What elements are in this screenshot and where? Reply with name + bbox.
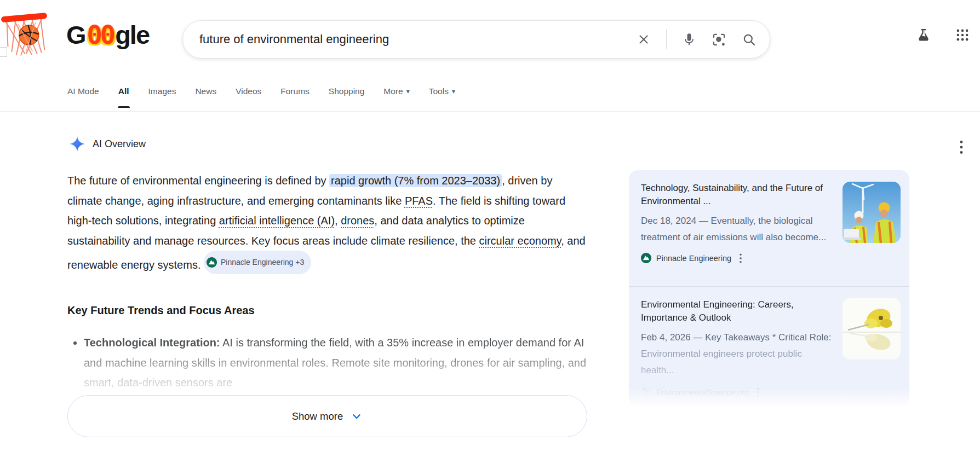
- tab-videos[interactable]: Videos: [236, 71, 261, 111]
- source-chip[interactable]: Pinnacle Engineering +3: [204, 251, 311, 274]
- term-link-drones[interactable]: drones: [341, 215, 374, 227]
- term-link-artificial-intelligence[interactable]: artificial intelligence (AI): [219, 215, 335, 227]
- lens-search-button[interactable]: [712, 32, 726, 47]
- search-input[interactable]: future of environmental engineering: [199, 32, 637, 47]
- more-vertical-icon: [740, 253, 742, 263]
- google-apps-button[interactable]: [955, 28, 970, 42]
- logo-flaming-zeros: 00: [87, 20, 114, 50]
- close-icon: [637, 32, 651, 47]
- chevron-down-icon: ▾: [406, 88, 410, 95]
- ai-overview-paragraph: The future of environmental engineering …: [67, 171, 587, 275]
- tab-images[interactable]: Images: [148, 71, 176, 111]
- search-divider: [666, 30, 667, 49]
- source-card[interactable]: Technology, Sustainability, and the Futu…: [629, 170, 909, 286]
- overview-text: The future of environmental engineering …: [67, 175, 329, 187]
- microphone-icon: [682, 32, 696, 47]
- tab-more[interactable]: More▾: [383, 71, 409, 111]
- source-chip-label: Pinnacle Engineering +3: [221, 252, 304, 273]
- search-icon: [742, 32, 757, 47]
- tab-forums[interactable]: Forums: [280, 71, 310, 111]
- section-heading: Key Future Trends and Focus Areas: [67, 304, 255, 317]
- tab-ai-mode[interactable]: AI Mode: [67, 71, 99, 111]
- term-link-pfas[interactable]: PFAS: [405, 195, 433, 207]
- card-title[interactable]: Environmental Engineering: Careers, Impo…: [641, 298, 832, 324]
- logo-letter-g: G: [66, 20, 85, 49]
- show-more-label: Show more: [292, 410, 343, 422]
- source-cards-panel: Technology, Sustainability, and the Futu…: [629, 170, 909, 407]
- chevron-down-icon: [351, 410, 363, 422]
- clear-search-button[interactable]: [637, 32, 651, 47]
- card-title[interactable]: Technology, Sustainability, and the Futu…: [641, 182, 832, 208]
- camera-lens-icon: [712, 32, 726, 47]
- show-more-button[interactable]: Show more: [67, 395, 587, 437]
- card-snippet-line: Feb 4, 2026 — Key Takeaways * Critical R…: [641, 329, 834, 346]
- tab-all[interactable]: All: [118, 71, 129, 111]
- google-logo[interactable]: G00gle: [66, 20, 149, 50]
- logo-letters-gle: gle: [115, 20, 149, 49]
- flask-icon: [916, 27, 931, 43]
- highlighted-fact[interactable]: rapid growth (7% from 2023–2033): [329, 174, 502, 187]
- chevron-down-icon: ▾: [452, 88, 455, 95]
- doodle-scoreboard-fragment: [0, 47, 7, 57]
- card-menu-button[interactable]: [757, 387, 759, 397]
- tab-tools[interactable]: Tools▾: [429, 71, 455, 111]
- card-snippet-line: Environmental engineers protect public h…: [641, 346, 834, 379]
- source-card[interactable]: Environmental Engineering: Careers, Impo…: [629, 287, 909, 407]
- trend-bullet-list: Technological Integration: AI is transfo…: [67, 333, 588, 393]
- search-bar[interactable]: future of environmental engineering: [182, 20, 770, 59]
- more-vertical-icon: [757, 387, 759, 397]
- card-snippet: Dec 18, 2024 — Eventually, the biologica…: [641, 213, 834, 246]
- ai-overview-title: AI Overview: [93, 138, 146, 150]
- bullet-term: Technological Integration:: [84, 337, 220, 349]
- card-source-name: EnvironmentalScience.org: [656, 388, 749, 397]
- overview-text: ,: [335, 215, 341, 227]
- card-source-name: Pinnacle Engineering: [656, 254, 731, 263]
- ai-overview-menu-button[interactable]: [958, 138, 965, 157]
- pinnacle-logo-icon: [641, 253, 651, 263]
- voice-search-button[interactable]: [682, 32, 696, 47]
- labs-button[interactable]: [916, 27, 931, 43]
- results-tab-bar: AI Mode All Images News Videos Forums Sh…: [0, 71, 980, 112]
- tab-news[interactable]: News: [195, 71, 216, 111]
- card-thumbnail-engineers[interactable]: [843, 182, 901, 243]
- pinnacle-logo-icon: [207, 257, 217, 268]
- environmentalscience-logo-icon: [641, 386, 651, 398]
- term-link-circular-economy[interactable]: circular economy: [479, 235, 561, 247]
- ai-sparkle-icon: [70, 136, 85, 152]
- card-menu-button[interactable]: [740, 253, 742, 263]
- google-doodle-basketball[interactable]: [1, 1, 56, 58]
- card-snippet: Feb 4, 2026 — Key Takeaways * Critical R…: [641, 329, 834, 379]
- search-submit-button[interactable]: [742, 32, 757, 47]
- basketball-hoop-icon: [1, 1, 56, 58]
- card-thumbnail-flower[interactable]: [843, 298, 901, 360]
- tab-shopping[interactable]: Shopping: [329, 71, 365, 111]
- grid-icon: [955, 28, 970, 42]
- list-item: Technological Integration: AI is transfo…: [84, 333, 588, 393]
- more-vertical-icon: [960, 140, 963, 154]
